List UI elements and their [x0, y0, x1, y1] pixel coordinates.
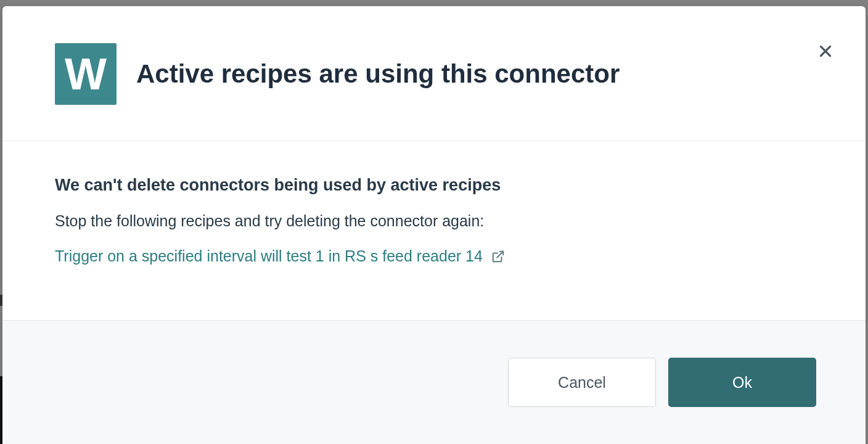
recipe-link-text: Trigger on a specified interval will tes… [55, 247, 483, 265]
recipe-link[interactable]: Trigger on a specified interval will tes… [55, 247, 505, 265]
cancel-button[interactable]: Cancel [508, 358, 656, 407]
ok-button[interactable]: Ok [668, 358, 816, 407]
connector-app-icon: W [55, 43, 117, 105]
close-button[interactable] [816, 42, 835, 60]
dialog-modal: W Active recipes are using this connecto… [2, 6, 866, 444]
dialog-body-heading: We can't delete connectors being used by… [55, 176, 813, 195]
dialog-title: Active recipes are using this connector [136, 59, 620, 89]
dialog-instruction: Stop the following recipes and try delet… [55, 212, 813, 230]
external-link-icon [491, 250, 505, 263]
connector-app-letter: W [65, 49, 107, 99]
dialog-header: W Active recipes are using this connecto… [2, 6, 866, 141]
dialog-footer: Cancel Ok [2, 320, 866, 444]
dialog-body: We can't delete connectors being used by… [2, 141, 866, 320]
svg-line-2 [497, 251, 503, 257]
close-icon [817, 43, 833, 59]
